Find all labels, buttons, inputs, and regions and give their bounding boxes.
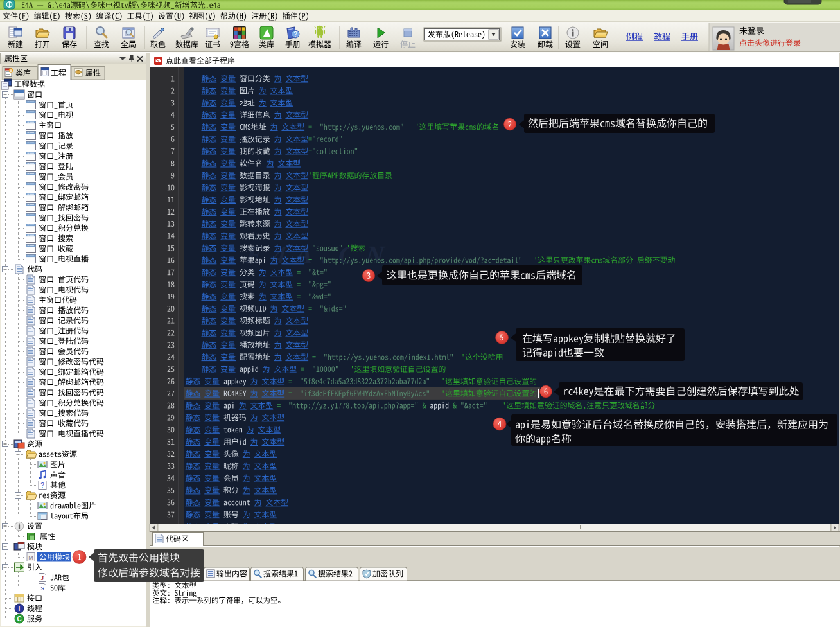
- svg-text:J: J: [41, 575, 44, 581]
- svg-text:e: e: [10, 68, 12, 73]
- svg-text:S: S: [40, 585, 44, 592]
- svg-text:I: I: [19, 605, 21, 612]
- svg-text:?: ?: [293, 31, 297, 38]
- svg-text:C: C: [17, 615, 21, 623]
- svg-text:M: M: [28, 554, 33, 561]
- svg-text:?: ?: [40, 482, 44, 489]
